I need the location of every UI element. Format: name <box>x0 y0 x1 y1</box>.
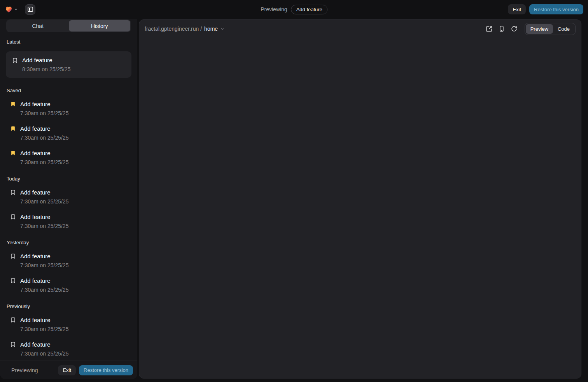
history-item[interactable]: Add feature7:30am on 25/25/25 <box>6 277 131 294</box>
bookmark-outline-icon <box>10 214 16 220</box>
open-in-new-tab-button[interactable] <box>485 24 494 33</box>
bookmark-outline-icon <box>10 189 16 195</box>
preview-actions: Preview Code <box>485 23 576 35</box>
history-section: SavedAdd feature7:30am on 25/25/25Add fe… <box>6 88 131 166</box>
history-item[interactable]: Add feature7:30am on 25/25/25 <box>6 316 131 333</box>
history-item-text: Add feature7:30am on 25/25/25 <box>20 124 69 142</box>
mobile-view-button[interactable] <box>497 24 506 33</box>
preview-status: Previewing Add feature <box>261 0 327 19</box>
history-item-timestamp: 7:30am on 25/25/25 <box>20 286 69 294</box>
bookmark-outline-icon <box>10 278 16 284</box>
footer-exit-button[interactable]: Exit <box>58 365 76 375</box>
section-title: Today <box>6 176 131 182</box>
tab-preview[interactable]: Preview <box>526 24 553 34</box>
exit-button[interactable]: Exit <box>508 4 526 14</box>
history-item-timestamp: 7:30am on 25/25/25 <box>20 325 69 333</box>
preview-code-toggle: Preview Code <box>525 23 576 35</box>
refresh-button[interactable] <box>509 24 519 33</box>
brand-area <box>5 4 35 15</box>
history-item-title: Add feature <box>20 188 69 196</box>
toggle-sidebar-button[interactable] <box>25 4 35 15</box>
history-item[interactable]: Add feature7:30am on 25/25/25 <box>6 188 131 205</box>
bookmark-outline-icon <box>10 317 16 323</box>
history-item-title: Add feature <box>20 340 69 349</box>
history-item-title: Add feature <box>20 316 69 324</box>
history-item-title: Add feature <box>20 100 69 108</box>
preview-panel: fractal.gptengineer.run / home <box>139 19 581 378</box>
preview-viewport[interactable] <box>139 38 581 378</box>
bookmark-filled-icon <box>10 150 16 156</box>
history-item-timestamp: 8:30am on 25/25/25 <box>22 65 71 73</box>
history-item-title: Add feature <box>20 124 69 133</box>
history-item-timestamp: 7:30am on 25/25/25 <box>20 109 69 117</box>
tab-history[interactable]: History <box>69 20 131 32</box>
restore-version-button[interactable]: Restore this version <box>529 4 583 14</box>
history-item[interactable]: Add feature7:30am on 25/25/25 <box>6 124 131 142</box>
history-item-timestamp: 7:30am on 25/25/25 <box>20 158 69 166</box>
history-item[interactable]: Add feature7:30am on 25/25/25 <box>6 340 131 357</box>
history-item-text: Add feature7:30am on 25/25/25 <box>20 340 69 357</box>
history-item-text: Add feature7:30am on 25/25/25 <box>20 252 69 269</box>
history-item-text: Add feature7:30am on 25/25/25 <box>20 277 69 294</box>
previewing-label: Previewing <box>261 6 287 12</box>
history-list: LatestAdd feature8:30am on 25/25/25Saved… <box>0 32 137 361</box>
preview-toolbar: fractal.gptengineer.run / home <box>139 20 581 38</box>
url-current-page: home <box>204 26 218 32</box>
history-item-text: Add feature8:30am on 25/25/25 <box>22 56 71 73</box>
history-item-title: Add feature <box>20 213 69 221</box>
history-item[interactable]: Add feature7:30am on 25/25/25 <box>6 149 131 166</box>
sidebar-footer: Previewing Exit Restore this version <box>0 361 137 379</box>
history-item-title: Add feature <box>22 56 71 64</box>
bookmark-outline-icon <box>10 342 16 347</box>
url-prefix: fractal.gptengineer.run / <box>145 26 202 32</box>
chevron-down-icon <box>220 27 224 31</box>
history-item-timestamp: 7:30am on 25/25/25 <box>20 222 69 230</box>
bookmark-outline-icon <box>10 253 16 259</box>
panel-left-icon <box>27 6 33 12</box>
sidebar: Chat History LatestAdd feature8:30am on … <box>0 19 137 379</box>
history-item-text: Add feature7:30am on 25/25/25 <box>20 188 69 205</box>
sidebar-tab-switcher: Chat History <box>6 19 131 32</box>
section-title: Previously <box>6 303 131 309</box>
section-title: Saved <box>6 88 131 93</box>
footer-previewing-label: Previewing <box>11 367 38 373</box>
footer-restore-version-button[interactable]: Restore this version <box>79 365 133 375</box>
history-item-text: Add feature7:30am on 25/25/25 <box>20 316 69 333</box>
history-section: PreviouslyAdd feature7:30am on 25/25/25A… <box>6 303 131 357</box>
lovable-heart-logo-icon <box>5 5 13 13</box>
external-link-icon <box>486 26 492 32</box>
refresh-icon <box>511 26 517 32</box>
history-item-timestamp: 7:30am on 25/25/25 <box>20 350 69 357</box>
history-section: LatestAdd feature8:30am on 25/25/25 <box>6 39 131 78</box>
tab-code[interactable]: Code <box>553 24 574 34</box>
section-title: Latest <box>6 39 131 45</box>
chevron-down-icon <box>14 7 18 11</box>
history-item[interactable]: Add feature8:30am on 25/25/25 <box>6 51 131 78</box>
tab-chat[interactable]: Chat <box>7 20 69 32</box>
bookmark-outline-icon <box>12 58 18 63</box>
history-item[interactable]: Add feature7:30am on 25/25/25 <box>6 100 131 117</box>
history-item-title: Add feature <box>20 149 69 157</box>
history-item-timestamp: 7:30am on 25/25/25 <box>20 261 69 269</box>
history-item-title: Add feature <box>20 277 69 285</box>
topbar-actions: Exit Restore this version <box>508 4 583 14</box>
history-section: TodayAdd feature7:30am on 25/25/25Add fe… <box>6 176 131 230</box>
bookmark-filled-icon <box>10 126 16 131</box>
history-item-title: Add feature <box>20 252 69 260</box>
bookmark-filled-icon <box>10 101 16 107</box>
history-item-text: Add feature7:30am on 25/25/25 <box>20 213 69 230</box>
section-title: Yesterday <box>6 240 131 245</box>
history-item[interactable]: Add feature7:30am on 25/25/25 <box>6 213 131 230</box>
url-selector[interactable]: fractal.gptengineer.run / home <box>145 26 224 32</box>
history-item-text: Add feature7:30am on 25/25/25 <box>20 149 69 166</box>
smartphone-icon <box>499 26 505 32</box>
history-item-timestamp: 7:30am on 25/25/25 <box>20 198 69 205</box>
history-section: YesterdayAdd feature7:30am on 25/25/25Ad… <box>6 240 131 294</box>
version-badge[interactable]: Add feature <box>291 5 327 14</box>
history-item[interactable]: Add feature7:30am on 25/25/25 <box>6 252 131 269</box>
history-item-timestamp: 7:30am on 25/25/25 <box>20 134 69 142</box>
history-item-text: Add feature7:30am on 25/25/25 <box>20 100 69 117</box>
top-bar: Previewing Add feature Exit Restore this… <box>0 0 588 19</box>
app-logo-menu[interactable] <box>5 5 18 13</box>
